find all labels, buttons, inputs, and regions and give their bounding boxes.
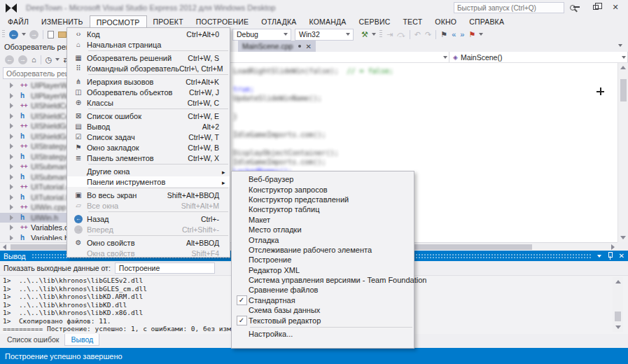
minimize-button[interactable]: [566, 0, 586, 14]
restore-button[interactable]: [586, 0, 606, 14]
se-forward-button[interactable]: →: [17, 54, 29, 65]
menubar-item[interactable]: ОТЛАДКА: [255, 15, 302, 28]
clear-bookmarks-button[interactable]: ⚑: [467, 29, 477, 40]
previous-bookmark-button[interactable]: «: [450, 29, 457, 40]
menu-item[interactable]: Окна свойств Shift+F4: [67, 248, 230, 258]
tab-close-icon[interactable]: ✕: [305, 43, 311, 50]
menu-item[interactable]: [88, 164, 228, 164]
expand-chevron-icon[interactable]: [10, 215, 16, 220]
menu-item[interactable]: ☑ Список задач Ctrl+W, T: [67, 132, 230, 142]
menu-item[interactable]: → Вперед Ctrl+Shift+-: [67, 224, 230, 234]
document-tab[interactable]: MainScene.cpp ✕: [238, 41, 316, 52]
menubar-item[interactable]: ИЗМЕНИТЬ: [35, 15, 90, 28]
editor-vertical-scrollbar[interactable]: [617, 63, 628, 242]
expand-chevron-icon[interactable]: [10, 235, 16, 240]
submenu-item[interactable]: Сравнение файлов: [232, 285, 414, 295]
solution-platform-combo[interactable]: Win32: [295, 29, 354, 41]
debug-target-dropdown-icon[interactable]: [372, 33, 376, 36]
back-dropdown-icon[interactable]: [22, 33, 26, 36]
window-position-button[interactable]: [597, 255, 601, 258]
scroll-right-icon[interactable]: [611, 244, 615, 250]
menubar-item[interactable]: ПРОСМОТР: [90, 15, 147, 28]
submenu-item[interactable]: Построение: [232, 255, 414, 265]
menu-item[interactable]: ⋔ Иерархия вызовов Ctrl+Alt+K: [67, 76, 230, 87]
menu-item[interactable]: [88, 235, 228, 236]
close-button[interactable]: [606, 0, 625, 14]
toggle-bookmark-button[interactable]: ⚑: [439, 29, 449, 40]
expand-chevron-icon[interactable]: [10, 134, 16, 139]
close-panel-button[interactable]: ✕: [619, 252, 624, 260]
submenu-item[interactable]: Конструктор таблиц: [232, 204, 414, 214]
toolbar-grip[interactable]: [2, 30, 5, 38]
expand-chevron-icon[interactable]: [10, 154, 16, 160]
auto-hide-pin-button[interactable]: [607, 252, 613, 260]
submenu-item[interactable]: Отладка: [232, 234, 414, 244]
submenu-item[interactable]: Веб-браузер: [232, 174, 414, 184]
expand-chevron-icon[interactable]: [10, 225, 16, 230]
members-dropdown[interactable]: ◈ MainScene(): [449, 52, 628, 62]
expand-chevron-icon[interactable]: [10, 174, 16, 180]
expand-chevron-icon[interactable]: [10, 83, 16, 88]
expand-chevron-icon[interactable]: [10, 93, 16, 99]
menu-item[interactable]: ▣ Во весь экран Shift+Alt+ВВОД: [67, 190, 230, 200]
se-home-button[interactable]: ⌂: [30, 54, 38, 65]
scroll-down-icon[interactable]: [615, 326, 621, 329]
menu-item[interactable]: [88, 211, 228, 212]
menu-item[interactable]: ⚑ Окно закладок Ctrl+W, B: [67, 142, 230, 153]
tab-output[interactable]: Вывод: [64, 334, 99, 346]
submenu-item[interactable]: Место отладки: [232, 225, 414, 234]
step-into-button[interactable]: ⇥: [385, 29, 394, 40]
undo-button[interactable]: ↶: [413, 29, 422, 40]
expand-chevron-icon[interactable]: [10, 113, 16, 119]
submenu-item[interactable]: Текстовый редактор: [232, 315, 414, 325]
step-over-button[interactable]: ⤼: [396, 29, 407, 40]
submenu-item[interactable]: Редактор XML: [232, 265, 414, 275]
types-dropdown[interactable]: [229, 52, 449, 62]
redo-button[interactable]: ↷: [424, 29, 433, 40]
menu-item[interactable]: [88, 108, 228, 109]
scroll-up-icon[interactable]: [620, 66, 626, 69]
quick-launch-input[interactable]: [454, 2, 564, 13]
submenu-item[interactable]: Конструктор запросов: [232, 184, 414, 194]
next-bookmark-button[interactable]: »: [459, 29, 466, 40]
menubar-item[interactable]: ОКНО: [428, 15, 463, 28]
menu-item[interactable]: ← Назад Ctrl+-: [67, 214, 230, 224]
menubar-item[interactable]: КОМАНДА: [303, 15, 353, 28]
scroll-left-icon[interactable]: [3, 244, 6, 250]
menu-item[interactable]: [88, 188, 228, 188]
se-back-button[interactable]: ←: [4, 54, 15, 65]
menu-item[interactable]: Панели инструментов: [67, 176, 230, 187]
toolbar-overflow-icon[interactable]: [479, 33, 483, 36]
expand-chevron-icon[interactable]: [10, 164, 16, 169]
menubar-item[interactable]: ФАЙЛ: [1, 15, 35, 28]
menubar-item[interactable]: СЕРВИС: [353, 15, 397, 28]
submenu-item[interactable]: [250, 327, 412, 328]
scroll-up-icon[interactable]: [615, 280, 621, 284]
toolbar-grip[interactable]: [379, 30, 382, 38]
submenu-item[interactable]: Система управления версиями - Team Found…: [232, 275, 414, 285]
menu-item[interactable]: ≣ Панель элементов Ctrl+W, X: [67, 153, 230, 163]
menu-item[interactable]: ‹› Код Ctrl+Alt+0: [67, 29, 230, 39]
submenu-item[interactable]: Схема базы данных: [232, 305, 414, 315]
scroll-down-icon[interactable]: [620, 236, 626, 239]
menu-item[interactable]: ▤ Вывод Alt+2: [67, 121, 230, 132]
expand-chevron-icon[interactable]: [10, 103, 16, 108]
menu-item[interactable]: ⊕ Классы Ctrl+W, C: [67, 97, 230, 108]
submenu-item[interactable]: Конструктор представлений: [232, 195, 414, 204]
submenu-item[interactable]: Отслеживание рабочего элемента: [232, 245, 414, 255]
output-source-combo[interactable]: Построение: [115, 262, 215, 274]
expand-chevron-icon[interactable]: [10, 204, 16, 210]
menu-item[interactable]: ⠿ Командный обозреватель Ctrl+\, Ctrl+M: [67, 63, 230, 74]
output-vertical-scrollbar[interactable]: [613, 277, 623, 332]
start-debug-button[interactable]: ⚒: [360, 29, 370, 40]
menu-item[interactable]: ▱ Все окна Shift+Alt+M: [67, 200, 230, 211]
menubar-item[interactable]: ПОСТРОЕНИЕ: [190, 15, 255, 28]
menu-item[interactable]: Другие окна: [67, 166, 230, 176]
expand-chevron-icon[interactable]: [10, 123, 16, 129]
tabwell-dropdown-icon[interactable]: [618, 44, 622, 47]
menubar-item[interactable]: ТЕСТ: [396, 15, 428, 28]
menubar-item[interactable]: ПРОЕКТ: [147, 15, 190, 28]
tab-error-list[interactable]: Список ошибок: [1, 334, 64, 346]
navigate-back-button[interactable]: ←: [8, 29, 20, 40]
scrollbar-thumb[interactable]: [620, 79, 627, 102]
